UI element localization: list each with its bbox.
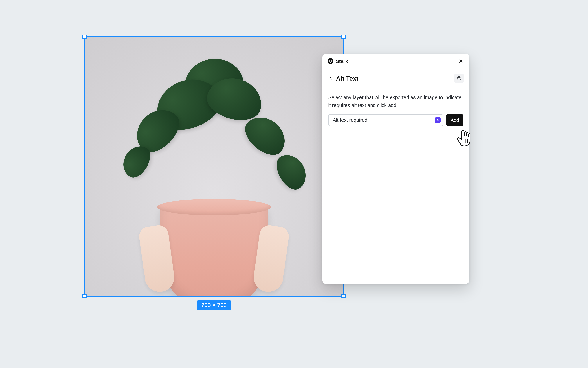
alt-text-select[interactable] [328,114,443,126]
add-button[interactable]: Add [446,114,464,126]
brand-name: Stark [336,58,348,64]
chevron-left-icon [328,76,333,81]
resize-handle-top-right[interactable] [342,35,345,39]
close-icon [459,59,463,64]
panel-section-header: Alt Text [322,69,469,88]
selected-image[interactable] [85,37,343,296]
back-button[interactable] [328,76,333,81]
help-button[interactable] [454,74,464,83]
stark-logo-icon [327,58,333,64]
panel-body: Select any layer that will be exported a… [322,88,469,132]
selection-dimensions-label: 700 × 700 [197,300,231,310]
panel-header: Stark [322,54,469,69]
canvas-selection[interactable]: 700 × 700 [85,37,343,296]
stark-plugin-panel: Stark Alt Text [322,54,469,284]
alt-text-select-value[interactable] [328,114,443,126]
image-illustration [85,37,343,296]
section-title: Alt Text [336,75,358,82]
resize-handle-top-left[interactable] [82,35,87,39]
brand: Stark [327,58,348,64]
instructions-text: Select any layer that will be exported a… [328,94,464,110]
resize-handle-bottom-left[interactable] [82,294,87,298]
resize-handle-bottom-right[interactable] [342,294,345,298]
help-icon [457,76,461,81]
close-button[interactable] [457,58,464,64]
